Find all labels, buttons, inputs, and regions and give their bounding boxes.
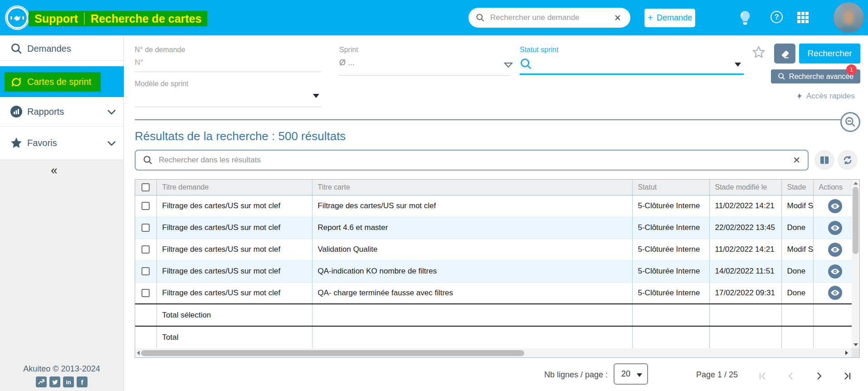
cell-stade: Done xyxy=(781,282,813,304)
cell-statut: 5-Clôturée Interne xyxy=(632,239,709,260)
total-selection-label: Total sélection xyxy=(156,304,312,326)
select-all-checkbox-cell xyxy=(135,180,156,195)
collapse-sidebar-button[interactable]: « xyxy=(51,163,56,177)
advanced-filter-count-badge: 1 xyxy=(846,64,857,75)
quick-access-link[interactable]: Accès rapides xyxy=(796,92,855,101)
row-checkbox[interactable] xyxy=(141,245,150,254)
new-demande-button[interactable]: + Demande xyxy=(644,9,695,27)
last-page-button[interactable] xyxy=(842,371,852,381)
field-label-numero-demande: N° de demande xyxy=(135,46,185,54)
apps-grid-icon[interactable] xyxy=(797,12,809,23)
lightbulb-icon[interactable] xyxy=(738,10,752,27)
cell-stade: Modif Sp xyxy=(781,239,813,260)
scroll-left-icon[interactable] xyxy=(137,351,140,355)
sidebar-item-cartes-de-sprint[interactable]: Cartes de sprint xyxy=(0,66,124,97)
numero-demande-input[interactable]: N° xyxy=(135,58,143,67)
scroll-thumb[interactable] xyxy=(853,187,858,254)
table-row: Filtrage des cartes/US sur mot clefQA-in… xyxy=(135,260,852,282)
cell-stade: Done xyxy=(781,260,813,282)
field-label-modele-sprint: Modèle de sprint xyxy=(135,80,188,88)
dropdown-arrow-icon[interactable] xyxy=(313,94,319,98)
cell-titre-carte: Filtrage des cartes/US sur mot clef xyxy=(312,195,632,217)
rechercher-button[interactable]: Rechercher xyxy=(799,44,860,64)
sprint-input[interactable]: Ø ... xyxy=(339,58,355,68)
star-icon xyxy=(10,137,23,149)
akuiteo-logo-icon[interactable] xyxy=(5,5,30,30)
column-header[interactable]: Titre demande xyxy=(156,180,312,195)
clear-search-icon[interactable]: ✕ xyxy=(614,13,621,23)
search-icon xyxy=(143,155,153,165)
refresh-button[interactable] xyxy=(838,150,858,170)
page-indicator: Page 1 / 25 xyxy=(696,370,738,380)
cell-titre-demande: Filtrage des cartes/US sur mot clef xyxy=(156,260,312,282)
user-avatar[interactable] xyxy=(834,2,864,33)
view-icon[interactable] xyxy=(828,243,842,257)
view-icon[interactable] xyxy=(828,264,842,279)
first-page-button[interactable] xyxy=(758,371,768,381)
select-all-checkbox[interactable] xyxy=(141,183,150,191)
cell-statut: 5-Clôturée Interne xyxy=(632,282,709,304)
cell-stade-modifie: 11/02/2022 14:21 xyxy=(709,195,781,217)
dropdown-arrow-icon[interactable] xyxy=(735,63,741,67)
collapse-search-button[interactable] xyxy=(840,112,860,132)
column-header[interactable]: Actions xyxy=(813,180,852,195)
sidebar-item-rapports[interactable]: Rapports xyxy=(0,97,124,126)
vertical-scrollbar[interactable] xyxy=(852,180,859,348)
row-checkbox[interactable] xyxy=(141,267,150,275)
divider xyxy=(0,60,124,61)
reports-icon xyxy=(10,105,23,118)
horizontal-scrollbar[interactable] xyxy=(135,348,852,357)
twitter-icon[interactable] xyxy=(49,376,60,387)
favorite-star-icon[interactable] xyxy=(752,45,766,59)
sidebar-lower-panel: « Akuiteo © 2013-2024 in f xyxy=(0,160,123,391)
clear-results-filter-icon[interactable]: ✕ xyxy=(793,155,800,166)
column-header[interactable]: Stade xyxy=(781,180,813,195)
help-icon[interactable]: ? xyxy=(770,11,783,23)
chevron-down-icon xyxy=(107,107,116,117)
akuiteo-social-icon[interactable] xyxy=(36,376,47,387)
scroll-right-icon[interactable] xyxy=(845,351,848,355)
view-icon[interactable] xyxy=(828,199,842,213)
cell-titre-demande: Filtrage des cartes/US sur mot clef xyxy=(156,195,312,217)
view-icon[interactable] xyxy=(828,221,842,235)
clear-filters-button[interactable] xyxy=(774,44,795,64)
sprint-icon xyxy=(10,76,23,88)
total-label: Total xyxy=(156,326,312,348)
sidebar-item-demandes[interactable]: Demandes xyxy=(0,36,124,61)
column-header[interactable]: Stade modifié le xyxy=(709,180,781,195)
scroll-thumb[interactable] xyxy=(141,350,524,356)
search-icon[interactable] xyxy=(520,57,532,71)
table-row: Filtrage des cartes/US sur mot clefValid… xyxy=(135,239,852,260)
facebook-icon[interactable]: f xyxy=(77,376,88,387)
columns-config-button[interactable] xyxy=(814,150,834,170)
columns-icon xyxy=(819,156,829,165)
global-search-input[interactable]: Rechercher une demande ✕ xyxy=(468,8,630,28)
scrollbar-corner xyxy=(852,348,859,357)
cell-stade: Modif Sp xyxy=(781,195,813,217)
results-table: Titre demandeTitre carteStatutStade modi… xyxy=(135,179,860,358)
social-links: in f xyxy=(0,376,123,387)
cell-titre-carte: Validation Qualite xyxy=(312,239,632,260)
sidebar: Demandes Cartes de sprint xyxy=(0,35,124,391)
row-checkbox[interactable] xyxy=(141,202,150,210)
column-header[interactable]: Statut xyxy=(632,180,709,195)
dropdown-open-icon[interactable] xyxy=(503,62,513,69)
sidebar-item-favoris[interactable]: Favoris xyxy=(0,126,124,160)
search-icon xyxy=(476,13,485,22)
rows-per-page-select[interactable]: 20 xyxy=(614,363,648,385)
linkedin-icon[interactable]: in xyxy=(63,376,74,387)
scroll-down-icon[interactable] xyxy=(853,343,858,346)
cell-stade-modifie: 17/02/2022 09:31 xyxy=(709,282,781,304)
akuiteo-app: Support Recherche de cartes Rechercher u… xyxy=(0,0,868,391)
previous-page-button[interactable] xyxy=(786,371,796,381)
column-header[interactable]: Titre carte xyxy=(312,180,632,195)
cell-titre-carte: QA-indication KO nombre de filtres xyxy=(312,260,632,282)
row-checkbox[interactable] xyxy=(141,224,150,232)
form-divider xyxy=(135,119,841,120)
scroll-up-icon[interactable] xyxy=(853,182,858,185)
next-page-button[interactable] xyxy=(814,371,824,381)
cell-titre-demande: Filtrage des cartes/US sur mot clef xyxy=(156,282,312,304)
row-checkbox[interactable] xyxy=(141,289,150,297)
view-icon[interactable] xyxy=(828,286,842,300)
results-filter-input[interactable]: Rechercher dans les résultats ✕ xyxy=(135,150,809,171)
